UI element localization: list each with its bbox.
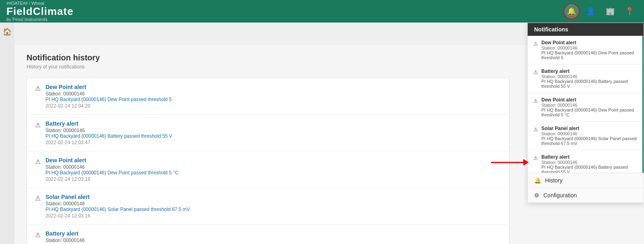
notif-station: Station: 00000146 [45, 238, 172, 243]
dropdown-notif-body: Dew Point alert Station: 00000146 PI HQ … [541, 97, 637, 117]
notification-list: ⚠ Dew Point alert Station: 00000146 PI H… [27, 78, 510, 244]
notification-item: ⚠ Dew Point alert Station: 00000146 PI H… [27, 78, 509, 115]
configuration-footer-label: Configuration [543, 192, 577, 199]
notif-station: Station: 00000146 [45, 164, 178, 170]
alert-triangle-icon: ⚠ [35, 85, 41, 92]
dropdown-alert-icon: ⚠ [533, 41, 538, 47]
notif-body: Solar Panel alert Station: 00000146 PI H… [45, 194, 190, 219]
dropdown-notif-desc: PI HQ Backyard (00000146) Dew Point pass… [541, 50, 637, 60]
dropdown-notification-item[interactable]: ⚠ Dew Point alert Station: 00000146 PI H… [528, 93, 642, 122]
logo: ##DATE## / Wheat FieldClimate by Pessl I… [6, 1, 74, 22]
dropdown-notif-title: Dew Point alert [541, 40, 637, 45]
dropdown-alert-icon: ⚠ [533, 155, 538, 161]
dropdown-notification-item[interactable]: ⚠ Solar Panel alert Station: 00000146 PI… [528, 122, 642, 150]
dropdown-notif-station: Station: 00000146 [541, 45, 637, 50]
notif-time: 2022-02-24 12:03:47 [45, 140, 172, 145]
notif-title: Dew Point alert [45, 157, 178, 163]
alert-triangle-icon: ⚠ [35, 158, 41, 165]
notif-station: Station: 00000146 [45, 91, 172, 97]
notif-desc: PI HQ Backyard (00000146) Battery passed… [45, 133, 172, 139]
location-button[interactable]: 📍 [621, 3, 638, 19]
dropdown-notif-station: Station: 00000146 [541, 160, 637, 165]
dropdown-header: Notifications [528, 23, 644, 36]
notification-item: ⚠ Dew Point alert Station: 00000146 PI H… [27, 151, 509, 188]
dropdown-notification-item[interactable]: ⚠ Battery alert Station: 00000146 PI HQ … [528, 150, 642, 173]
dropdown-notification-item[interactable]: ⚠ Battery alert Station: 00000146 PI HQ … [528, 64, 642, 93]
user-button[interactable]: 👤 [583, 3, 599, 19]
dropdown-notif-desc: PI HQ Backyard (00000146) Dew Point pass… [541, 108, 637, 117]
dropdown-notif-title: Battery alert [541, 68, 637, 74]
header-icons: 🔔 👤 🏢 📍 [564, 3, 638, 19]
configuration-footer-icon: ⚙ [534, 192, 539, 199]
dropdown-notif-desc: PI HQ Backyard (00000146) Solar Panel pa… [541, 136, 637, 146]
dropdown-notif-title: Dew Point alert [541, 97, 637, 103]
dropdown-notif-station: Station: 00000146 [541, 74, 637, 79]
notif-title: Battery alert [45, 120, 172, 127]
alert-triangle-icon: ⚠ [35, 231, 41, 239]
date-wheat-label: ##DATE## / Wheat [6, 1, 74, 6]
dropdown-scroll[interactable]: ⚠ Dew Point alert Station: 00000146 PI H… [528, 36, 644, 173]
dropdown-notif-body: Solar Panel alert Station: 00000146 PI H… [541, 126, 637, 146]
notif-title: Solar Panel alert [45, 194, 190, 200]
notif-desc: PI HQ Backyard (00000146) Dew Point pass… [45, 170, 178, 176]
notif-body: Dew Point alert Station: 00000146 PI HQ … [45, 84, 172, 109]
notification-item: ⚠ Solar Panel alert Station: 00000146 PI… [27, 188, 509, 225]
dropdown-notif-title: Solar Panel alert [541, 126, 637, 131]
dropdown-notif-body: Battery alert Station: 00000146 PI HQ Ba… [541, 68, 637, 89]
history-footer-icon: 🔔 [534, 177, 541, 184]
dropdown-footer: 🔔 History ⚙ Configuration [528, 173, 644, 203]
notif-time: 2022-02-24 12:04:20 [45, 103, 172, 109]
header: ##DATE## / Wheat FieldClimate by Pessl I… [0, 0, 644, 23]
home-icon[interactable]: 🏠 [3, 27, 12, 36]
dropdown-notif-body: Dew Point alert Station: 00000146 PI HQ … [541, 40, 637, 60]
dropdown-alert-icon: ⚠ [533, 98, 538, 104]
dropdown-alert-icon: ⚠ [533, 69, 538, 75]
brand-name: FieldClimate [6, 6, 74, 17]
alert-triangle-icon: ⚠ [35, 121, 41, 129]
dropdown-notif-desc: PI HQ Backyard (00000146) Battery passed… [541, 165, 637, 173]
notif-title: Battery alert [45, 230, 172, 237]
dropdown-notif-station: Station: 00000146 [541, 131, 637, 136]
notifications-dropdown: Notifications ⚠ Dew Point alert Station:… [527, 23, 644, 203]
dropdown-alert-icon: ⚠ [533, 126, 538, 132]
history-footer-item[interactable]: 🔔 History [528, 173, 644, 188]
notif-body: Battery alert Station: 00000146 PI HQ Ba… [45, 230, 172, 244]
notif-time: 2022-02-24 12:03:18 [45, 176, 178, 182]
notification-item: ⚠ Battery alert Station: 00000146 PI HQ … [27, 115, 509, 151]
building-button[interactable]: 🏢 [602, 3, 618, 19]
notif-body: Dew Point alert Station: 00000146 PI HQ … [45, 157, 178, 182]
notif-station: Station: 00000146 [45, 128, 172, 133]
alert-triangle-icon: ⚠ [35, 194, 41, 202]
notif-desc: PI HQ Backyard (00000146) Dew Point pass… [45, 97, 172, 102]
bell-button[interactable]: 🔔 [564, 3, 580, 19]
configuration-footer-item[interactable]: ⚙ Configuration [528, 188, 644, 203]
sidebar: 🏠 [0, 23, 14, 244]
notif-desc: PI HQ Backyard (00000146) Solar Panel pa… [45, 207, 190, 212]
dropdown-notif-station: Station: 00000146 [541, 103, 637, 108]
history-footer-label: History [545, 177, 563, 184]
notif-title: Dew Point alert [45, 84, 172, 90]
notif-station: Station: 00000146 [45, 201, 190, 207]
dropdown-notif-title: Battery alert [541, 154, 637, 160]
by-text: by Pessl Instruments [6, 17, 74, 22]
notification-item: ⚠ Battery alert Station: 00000146 PI HQ … [27, 225, 509, 244]
dropdown-notif-desc: PI HQ Backyard (00000146) Battery passed… [541, 79, 637, 89]
dropdown-notif-body: Battery alert Station: 00000146 PI HQ Ba… [541, 154, 637, 173]
dropdown-notification-item[interactable]: ⚠ Dew Point alert Station: 00000146 PI H… [528, 36, 642, 64]
notif-body: Battery alert Station: 00000146 PI HQ Ba… [45, 120, 172, 145]
notif-time: 2022-02-24 12:03:16 [45, 213, 190, 219]
